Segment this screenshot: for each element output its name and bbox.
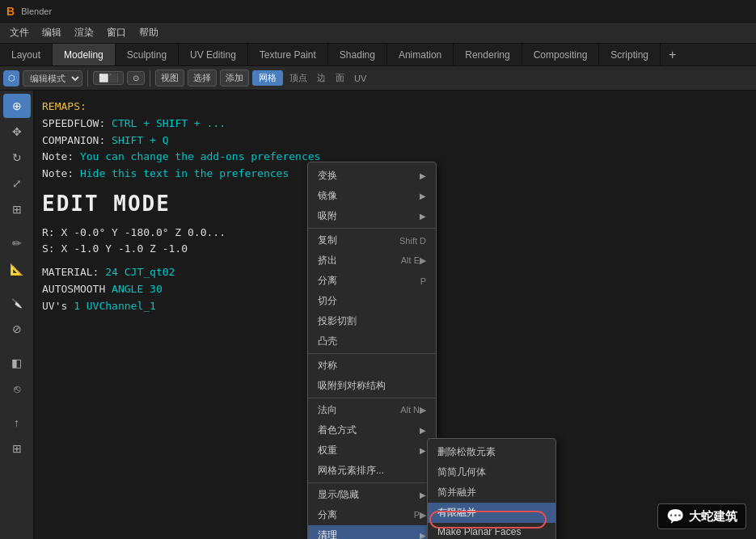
uvs-label: UV's bbox=[42, 300, 67, 312]
tab-layout[interactable]: Layout bbox=[0, 44, 53, 65]
cm-proj-cut[interactable]: 投影切割 bbox=[308, 311, 436, 331]
cm-sep1 bbox=[308, 228, 436, 229]
tab-uv-editing[interactable]: UV Editing bbox=[179, 44, 248, 65]
cm-convex-hull[interactable]: 凸壳 bbox=[308, 331, 436, 352]
csm-dissolve-degenerate[interactable]: 简并融并 bbox=[428, 482, 555, 503]
menu-window[interactable]: 窗口 bbox=[100, 24, 133, 41]
autosmooth-label: AUTOSMOOTH bbox=[42, 283, 105, 295]
tab-compositing[interactable]: Compositing bbox=[522, 44, 600, 65]
cm-show-hide[interactable]: 显示/隐藏▶ bbox=[308, 485, 436, 505]
tab-rendering[interactable]: Rendering bbox=[454, 44, 522, 65]
note1-prefix: Note: bbox=[42, 150, 80, 162]
left-sidebar: ⊕ ✥ ↻ ⤢ ⊞ ✏ 📐 🔪 ⊘ ◧ ⎋ ↑ ⊞ bbox=[0, 91, 34, 539]
title-text: Blender bbox=[21, 6, 52, 16]
menu-file[interactable]: 文件 bbox=[3, 24, 36, 41]
cm-snap-symmetry[interactable]: 吸附到对称结构 bbox=[308, 376, 436, 396]
uvchannel: 1 UVChannel_1 bbox=[74, 300, 156, 312]
cm-transform[interactable]: 变换▶ bbox=[308, 166, 436, 186]
knife-tool-icon[interactable]: 🔪 bbox=[3, 291, 31, 315]
workspace-tabs: Layout Modeling Sculpting UV Editing Tex… bbox=[0, 44, 756, 66]
cm-duplicate[interactable]: 复制Shift D bbox=[308, 230, 436, 251]
rotate-tool-icon[interactable]: ↻ bbox=[3, 145, 31, 170]
tab-animation[interactable]: Animation bbox=[387, 44, 454, 65]
menu-help[interactable]: 帮助 bbox=[133, 24, 165, 41]
watermark-icon: 💬 bbox=[666, 507, 684, 525]
view-menu-btn[interactable]: 视图 bbox=[155, 69, 184, 86]
move-tool-icon[interactable]: ✥ bbox=[3, 120, 31, 144]
cm-clean[interactable]: 清理▶ bbox=[308, 525, 436, 539]
cm-separate[interactable]: 分离P bbox=[308, 271, 436, 291]
cm-sep3 bbox=[308, 398, 436, 398]
cm-mirror[interactable]: 镜像▶ bbox=[308, 186, 436, 206]
s-line: S: X -1.0 Y -1.0 Z -1.0 bbox=[42, 242, 188, 255]
toolbar-strip: ⬡ 编辑模式 物体模式 ⬜⬛ ⊙ 视图 选择 添加 网格 顶点 边 面 UV bbox=[0, 66, 756, 91]
remaps-label: REMAPS: bbox=[42, 100, 87, 112]
measure-tool-icon[interactable]: 📐 bbox=[3, 257, 31, 281]
toolbar-separator-2 bbox=[150, 70, 150, 86]
normals-icon[interactable]: ↑ bbox=[3, 411, 31, 435]
tab-modeling[interactable]: Modeling bbox=[53, 44, 116, 65]
overlay-btn[interactable]: ⊙ bbox=[127, 71, 145, 85]
title-bar: B Blender bbox=[0, 0, 756, 23]
cm-sort-elements[interactable]: 网格元素排序... bbox=[308, 461, 436, 481]
cm-normals[interactable]: 法向Alt N▶ bbox=[308, 400, 436, 420]
tab-scripting[interactable]: Scripting bbox=[599, 44, 661, 65]
cm-extrude[interactable]: 挤出Alt E▶ bbox=[308, 251, 436, 271]
tab-shading[interactable]: Shading bbox=[328, 44, 387, 65]
subdivide-icon[interactable]: ⊞ bbox=[3, 436, 31, 461]
cm-sep2 bbox=[308, 353, 436, 354]
toolbar-separator-1 bbox=[87, 70, 88, 86]
note1-text: You can change the add-ons preferences bbox=[80, 150, 320, 162]
cm-bisect[interactable]: 切分 bbox=[308, 291, 436, 311]
clean-submenu: 删除松散元素 简简几何体 简并融并 有限融并 Make Planar Faces… bbox=[427, 438, 556, 539]
overlay-text: REMAPS: SPEEDFLOW: CTRL + SHIFT + ... CO… bbox=[42, 99, 320, 315]
edge-label[interactable]: 边 bbox=[314, 70, 329, 86]
transform-tool-icon[interactable]: ⊞ bbox=[3, 197, 31, 221]
companion-key: SHIFT + Q bbox=[112, 134, 168, 146]
viewport-display-btn[interactable]: ⬜⬛ bbox=[93, 71, 124, 85]
select-menu-btn[interactable]: 选择 bbox=[188, 69, 217, 86]
annotate-tool-icon[interactable]: ✏ bbox=[3, 231, 31, 255]
csm-limited-dissolve[interactable]: 有限融并 bbox=[428, 503, 555, 523]
autosmooth-angle: ANGLE 30 bbox=[112, 283, 163, 295]
material-value: 24 CJT_qt02 bbox=[105, 266, 175, 278]
speedflow-key: CTRL + SHIFT + ... bbox=[112, 117, 226, 129]
add-workspace-button[interactable]: + bbox=[661, 44, 684, 65]
mesh-context-menu: 变换▶ 镜像▶ 吸附▶ 复制Shift D 挤出Alt E▶ 分离P 切分 投 bbox=[307, 162, 437, 539]
tab-texture-paint[interactable]: Texture Paint bbox=[248, 44, 328, 65]
edit-mode-label: EDIT MODE bbox=[42, 187, 320, 221]
bisect-tool-icon[interactable]: ⊘ bbox=[3, 317, 31, 341]
csm-decimate-geometry[interactable]: 简简几何体 bbox=[428, 462, 555, 482]
add-menu-btn[interactable]: 添加 bbox=[220, 69, 249, 86]
watermark-text: 大蛇建筑 bbox=[689, 509, 737, 524]
companion-label: COMPANION: bbox=[42, 134, 105, 146]
cm-sep4 bbox=[308, 482, 436, 483]
cm-shading[interactable]: 着色方式▶ bbox=[308, 420, 436, 440]
hook-icon[interactable]: ⎋ bbox=[3, 377, 31, 401]
cm-split[interactable]: 分离P▶ bbox=[308, 505, 436, 525]
tab-sculpting[interactable]: Sculpting bbox=[116, 44, 179, 65]
mode-icon: ⬡ bbox=[3, 70, 19, 86]
blender-logo: B bbox=[6, 5, 15, 18]
cursor-tool-icon[interactable]: ⊕ bbox=[3, 94, 31, 118]
note2-prefix: Note: bbox=[42, 167, 80, 179]
csm-delete-loose[interactable]: 删除松散元素 bbox=[428, 442, 555, 462]
material-label: MATERIAL: bbox=[42, 266, 99, 278]
face-label[interactable]: 面 bbox=[332, 70, 348, 86]
cm-symmetry[interactable]: 对称 bbox=[308, 356, 436, 376]
uv-label[interactable]: UV bbox=[351, 72, 370, 85]
main-area: ⊕ ✥ ↻ ⤢ ⊞ ✏ 📐 🔪 ⊘ ◧ ⎋ ↑ ⊞ REMAPS: SPEEDF… bbox=[0, 91, 756, 539]
cm-weights[interactable]: 权重▶ bbox=[308, 440, 436, 461]
menu-render[interactable]: 渲染 bbox=[68, 24, 100, 41]
cm-snap[interactable]: 吸附▶ bbox=[308, 206, 436, 226]
mesh-menu-btn[interactable]: 网格 bbox=[252, 70, 283, 86]
menu-edit[interactable]: 编辑 bbox=[36, 24, 68, 41]
menu-bar: 文件 编辑 渲染 窗口 帮助 bbox=[0, 23, 756, 44]
note2-text: Hide this text in the preferences bbox=[80, 167, 289, 179]
mode-select[interactable]: 编辑模式 物体模式 bbox=[23, 70, 82, 86]
vertex-label[interactable]: 顶点 bbox=[286, 70, 310, 86]
viewport[interactable]: REMAPS: SPEEDFLOW: CTRL + SHIFT + ... CO… bbox=[34, 91, 756, 539]
csm-make-planar[interactable]: Make Planar Faces bbox=[428, 523, 555, 539]
scale-tool-icon[interactable]: ⤢ bbox=[3, 171, 31, 196]
shape-key-icon[interactable]: ◧ bbox=[3, 351, 31, 375]
